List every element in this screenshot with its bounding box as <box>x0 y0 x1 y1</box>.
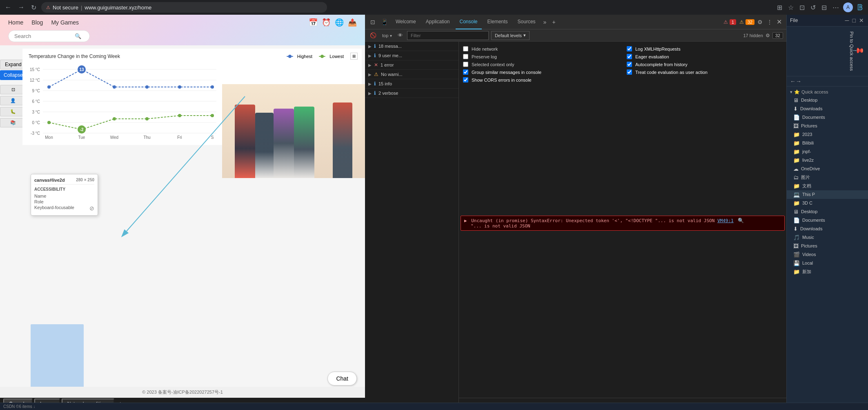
fe-item-jnpf[interactable]: 📁 jnpf- <box>787 147 868 156</box>
fe-item-videos[interactable]: 🎬 Videos <box>787 250 868 259</box>
fe-minimize-btn[interactable]: ─ <box>844 16 850 25</box>
chart-expand-btn[interactable]: ⊞ <box>350 53 358 60</box>
fe-items-list: 🖥 Desktop ⬇ Downloads 📄 Documents 🖼 Pict… <box>787 96 868 276</box>
devtools-welcome-tab[interactable]: Welcome <box>392 15 420 29</box>
log-xhr-checkbox[interactable] <box>627 46 632 51</box>
fe-item-local[interactable]: 💾 Local <box>787 259 868 267</box>
fe-item-docs2[interactable]: 📄 Documents <box>787 216 868 225</box>
website-panel: Home Blog My Games 📅 ⏰ 🌐 📤 🔍 Expand Coll… <box>0 15 365 410</box>
warn-icon: ⚠ <box>374 71 378 77</box>
nav-blog[interactable]: Blog <box>31 19 43 26</box>
fe-item-live2z[interactable]: 📁 live2z <box>787 156 868 165</box>
nav-home[interactable]: Home <box>8 19 23 26</box>
globe-btn[interactable]: 🌐 <box>335 18 344 27</box>
more-tabs-btn[interactable]: » <box>541 18 549 27</box>
nav-games[interactable]: My Games <box>51 19 79 26</box>
show-cors-checkbox[interactable] <box>463 77 468 82</box>
svg-point-21 <box>47 121 51 124</box>
fe-close-btn[interactable]: ✕ <box>858 16 865 25</box>
edge-btn[interactable]: 𝔹 <box>855 1 865 14</box>
extensions-btn[interactable]: ⊞ <box>775 2 784 13</box>
error-search-btn[interactable]: 🔍 <box>738 218 744 223</box>
tooltip-keyboard-row: Keyboard-focusable ⊘ <box>34 205 94 212</box>
devtools-device-btn[interactable]: 📱 <box>379 18 390 27</box>
log-group-user-header[interactable]: ▶ ℹ 9 user me... <box>365 51 458 60</box>
forward-button[interactable]: → <box>16 2 26 13</box>
fe-item-pictures2[interactable]: 🖼 Pictures <box>787 242 868 250</box>
fe-item-desktop[interactable]: 🖥 Desktop <box>787 96 868 105</box>
fe-maximize-btn[interactable]: □ <box>852 16 857 25</box>
log-group-messages: ▶ ℹ 18 messa... <box>365 42 458 51</box>
filter-input[interactable] <box>407 31 489 40</box>
eye-btn[interactable]: 👁 <box>396 31 405 39</box>
log-group-warn-header[interactable]: ▶ ⚠ No warni... <box>365 70 458 79</box>
fe-item-xingjia[interactable]: 📁 新加 <box>787 267 868 276</box>
fe-forward-btn[interactable]: → <box>796 78 801 85</box>
profile-avatar[interactable]: A <box>843 2 853 12</box>
search-input[interactable] <box>14 33 71 39</box>
address-bar[interactable]: ⚠ Not secure | www.guiguimaster.xyz/home <box>41 2 327 13</box>
autocomplete-checkbox[interactable] <box>627 62 632 67</box>
svg-text:3 °C: 3 °C <box>32 110 40 114</box>
default-levels-btn[interactable]: Default levels ▾ <box>491 31 530 40</box>
clock-btn[interactable]: ⏰ <box>322 18 331 27</box>
devtools-gear-btn[interactable]: ⚙ <box>756 18 764 27</box>
fe-item-music[interactable]: 🎵 Music <box>787 233 868 242</box>
collections-btn[interactable]: ⊡ <box>798 2 806 13</box>
more-btn[interactable]: ⋯ <box>831 2 841 13</box>
calendar-btn[interactable]: 📅 <box>309 18 318 27</box>
site-search[interactable]: 🔍 <box>8 30 90 42</box>
log-group-verbose-header[interactable]: ▶ ℹ 2 verbose <box>365 89 458 98</box>
split-btn[interactable]: ⊟ <box>820 2 828 13</box>
selected-context-checkbox[interactable] <box>463 62 468 67</box>
eager-eval-checkbox[interactable] <box>627 54 632 59</box>
fe-item-downloads2[interactable]: ⬇ Downloads <box>787 225 868 233</box>
devtools-more-btn[interactable]: ⋮ <box>766 18 774 27</box>
fe-item-downloads[interactable]: ⬇ Downloads <box>787 105 868 113</box>
treat-code-checkbox[interactable] <box>627 69 632 75</box>
clear-console-btn[interactable]: 🚫 <box>368 31 378 39</box>
fe-item-onedrive[interactable]: ☁ OneDrive <box>787 165 868 173</box>
fe-back-btn[interactable]: ← <box>790 78 796 85</box>
preserve-log-checkbox[interactable] <box>463 54 468 59</box>
fe-item-3dc[interactable]: 📁 3D C <box>787 199 868 207</box>
devtools-console-tab[interactable]: Console <box>456 15 482 29</box>
favorites-btn[interactable]: ☆ <box>786 2 795 13</box>
fe-item-docs[interactable]: 📄 Documents <box>787 113 868 122</box>
group-similar-checkbox[interactable] <box>463 69 468 75</box>
quick-access-header[interactable]: ▾ ⭐ Quick access <box>787 88 868 96</box>
chevron-down-icon: ▾ <box>390 33 392 38</box>
error-link[interactable]: VM49:1 <box>717 218 734 223</box>
fe-item-thisp[interactable]: 💻 This P <box>787 190 868 199</box>
fe-item-images-cn[interactable]: 🗂 图片 <box>787 173 868 182</box>
history-btn[interactable]: ↺ <box>809 2 817 13</box>
devtools-inspect-btn[interactable]: ⊡ <box>368 18 377 27</box>
devtools-close-btn[interactable]: ✕ <box>775 17 783 27</box>
log-group-messages-header[interactable]: ▶ ℹ 18 messa... <box>365 42 458 51</box>
share-btn[interactable]: 📤 <box>348 18 357 27</box>
fe-item-bilibili[interactable]: 📁 Bilibili <box>787 139 868 147</box>
log-group-info-header[interactable]: ▶ ℹ 15 info <box>365 79 458 88</box>
fe-item-2023[interactable]: 📁 2023 <box>787 130 868 139</box>
devtools-content: ▶ ℹ 18 messa... ▶ ℹ 9 user me... ▶ ✕ <box>365 42 786 410</box>
gear-settings-btn[interactable]: ⚙ <box>766 33 770 38</box>
error-output: ▶ Uncaught (in promise) SyntaxError: Une… <box>461 216 785 231</box>
add-panel-btn[interactable]: + <box>550 18 557 27</box>
devtools-elements-tab[interactable]: Elements <box>483 15 512 29</box>
chat-button[interactable]: Chat <box>327 372 357 385</box>
back-button[interactable]: ← <box>3 2 13 13</box>
fe-item-desktop2[interactable]: 🖥 Desktop <box>787 207 868 216</box>
pin-to-quick-access-btn[interactable]: 📌 Pin to Quick access <box>848 30 865 73</box>
error-expand-arrow[interactable]: ▶ <box>464 218 467 223</box>
top-context-btn[interactable]: top ▾ <box>381 31 394 39</box>
fe-item-pictures[interactable]: 🖼 Pictures <box>787 122 868 130</box>
file-explorer: File ─ □ ✕ 📌 Pin to Quick access ← → ▾ ⭐ <box>786 15 868 410</box>
devtools-application-tab[interactable]: Application <box>422 15 454 29</box>
hidden-count: 17 hidden <box>743 33 763 38</box>
hide-network-checkbox[interactable] <box>463 46 468 51</box>
reload-button[interactable]: ↻ <box>29 2 38 13</box>
fe-item-docs-cn[interactable]: 📁 文档 <box>787 182 868 190</box>
log-group-error-header[interactable]: ▶ ✕ 1 error <box>365 60 458 69</box>
svg-point-14 <box>47 85 51 89</box>
devtools-sources-tab[interactable]: Sources <box>514 15 540 29</box>
